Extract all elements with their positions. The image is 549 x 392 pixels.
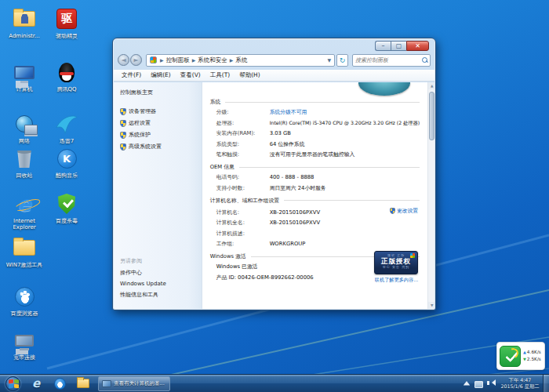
- broadband-connection-icon: [11, 328, 38, 353]
- window-mini-icon: [102, 380, 111, 387]
- product-id: 产品 ID: 00426-OEM-8992662-00006: [216, 274, 314, 281]
- desktop-icon-computer[interactable]: 计算机: [3, 60, 45, 93]
- field-label: 工作组:: [216, 241, 270, 247]
- net-speed-widget[interactable]: 4.6K/s 2.5K/s: [496, 342, 545, 370]
- field-label: 计算机名:: [216, 209, 270, 216]
- back-button[interactable]: ◄: [118, 54, 129, 66]
- desktop-icon-label: 网络: [3, 138, 45, 144]
- badge-main-text: 正版授权: [375, 257, 417, 265]
- desktop-icon-label: 酷狗音乐: [45, 172, 88, 179]
- main-content: 系统 分级: 系统分级不可用 处理器: Intel(R) Core(TM) i5…: [202, 82, 427, 309]
- uac-shield-icon: [120, 120, 126, 127]
- refresh-button[interactable]: ↻: [336, 54, 348, 67]
- taskbar-system-window-button[interactable]: 查看有关计算机的基...: [98, 376, 170, 391]
- breadcrumb-system-security[interactable]: 系统和安全: [196, 56, 229, 64]
- section-oem: OEM 信息 电话号码: 400 - 888 - 8888 支持小时数: 周日至…: [210, 163, 420, 191]
- scrollbar-thumb[interactable]: [429, 92, 434, 140]
- breadcrumb-system[interactable]: 系统: [234, 56, 249, 64]
- close-button[interactable]: ✕: [406, 41, 429, 51]
- desktop-icon-admin-folder[interactable]: Administr...: [3, 6, 45, 39]
- address-dropdown-icon[interactable]: ▼: [325, 57, 333, 63]
- window-body: 控制面板主页 设备管理器 远程设置 系统保护 高级系统设置 另请参阅 操作中心 …: [114, 82, 434, 309]
- desktop-icon-broadband[interactable]: 宽带连接: [3, 328, 45, 361]
- sidebar-item-device-manager[interactable]: 设备管理器: [120, 107, 202, 115]
- taskbar-clock[interactable]: 下午 4:47 2015/1/6 星期二: [500, 377, 540, 390]
- clock-time: 下午 4:47: [500, 377, 540, 383]
- menu-file[interactable]: 文件(F): [117, 70, 146, 81]
- change-settings-link[interactable]: 更改设置: [397, 208, 418, 214]
- search-icon: [422, 57, 427, 63]
- sidebar-see-also: 另请参阅 操作中心 Windows Update 性能信息和工具: [120, 257, 166, 303]
- vertical-scrollbar[interactable]: ▲ ▼: [427, 82, 434, 309]
- desktop-icon-win7-activator[interactable]: WIN7激活工具: [3, 235, 45, 268]
- menu-edit[interactable]: 编辑(E): [146, 70, 176, 81]
- desktop-icon-baidu-browser[interactable]: 百度浏览器: [3, 284, 45, 317]
- start-button[interactable]: [5, 376, 20, 391]
- search-box[interactable]: [352, 54, 431, 67]
- recycle-bin-icon: [11, 146, 38, 171]
- desktop-icon-baidu-antivirus[interactable]: 百度杀毒: [45, 191, 88, 224]
- field-label: 计算机描述:: [216, 230, 270, 237]
- desktop-icon-kugou[interactable]: K 酷狗音乐: [45, 146, 88, 179]
- menu-tools[interactable]: 工具(T): [205, 70, 235, 81]
- field-label: 安装内存(RAM):: [216, 130, 270, 136]
- sidebar-item-label: 系统保护: [129, 131, 151, 139]
- forward-button[interactable]: ►: [130, 54, 142, 66]
- desktop-icon-label: Administr...: [3, 33, 45, 39]
- minimize-button[interactable]: –: [375, 41, 391, 51]
- maximize-button[interactable]: ▢: [391, 41, 406, 51]
- change-settings[interactable]: 更改设置: [390, 208, 418, 214]
- breadcrumb-separator-icon: ▶: [191, 57, 197, 63]
- section-title: 系统: [210, 98, 221, 106]
- network-tray-icon[interactable]: [474, 381, 483, 388]
- show-hidden-icons-button[interactable]: [462, 379, 471, 388]
- desktop-icon-driver-genius[interactable]: 驱 驱动精灵: [45, 6, 88, 39]
- section-activation: Windows 激活 Windows 已激活 产品 ID: 00426-OEM-…: [210, 252, 420, 281]
- sidebar-item-system-protection[interactable]: 系统保护: [120, 131, 202, 139]
- desktop-icon-thunder[interactable]: 迅雷7: [45, 111, 88, 144]
- uac-shield-icon: [390, 208, 395, 214]
- volume-tray-icon[interactable]: [486, 379, 496, 388]
- desktop-icon-recycle-bin[interactable]: 回收站: [3, 146, 45, 179]
- rating-unavailable-link[interactable]: 系统分级不可用: [270, 109, 307, 115]
- search-input[interactable]: [355, 57, 422, 64]
- learn-more-online-link[interactable]: 联机了解更多内容...: [375, 277, 418, 284]
- thunder-bird-icon: [53, 111, 80, 136]
- sidebar-item-remote-settings[interactable]: 远程设置: [120, 119, 202, 127]
- taskbar-ie-icon[interactable]: e: [27, 376, 45, 391]
- sidebar-item-label: 远程设置: [129, 119, 151, 127]
- address-bar[interactable]: ▶ 控制面板 ▶ 系统和安全 ▶ 系统 ▼: [146, 54, 335, 67]
- folder-icon: [11, 235, 38, 260]
- field-label: 系统类型:: [216, 141, 270, 147]
- kugou-music-icon: K: [53, 146, 80, 171]
- baidu-browser-icon: [11, 284, 38, 309]
- desktop-icon-label: 百度浏览器: [3, 310, 45, 317]
- scroll-down-icon[interactable]: ▼: [428, 302, 434, 309]
- see-also-heading: 另请参阅: [120, 257, 166, 265]
- desktop-icon-qq[interactable]: 腾讯QQ: [45, 60, 88, 93]
- desktop-icon-label: 腾讯QQ: [45, 86, 88, 93]
- menu-help[interactable]: 帮助(H): [235, 70, 265, 81]
- menu-view[interactable]: 查看(V): [176, 70, 205, 81]
- system-window: – ▢ ✕ ◄ ► ▶ 控制面板 ▶ 系统和安全 ▶ 系统 ▼ ↻ 文件(F) …: [112, 38, 436, 310]
- genuine-windows-badge: 微软 正版 正版授权 放心 安全 周到: [374, 251, 418, 274]
- sidebar-item-control-panel-home[interactable]: 控制面板主页: [120, 89, 202, 96]
- sidebar-item-action-center[interactable]: 操作中心: [120, 269, 166, 277]
- internet-explorer-icon: e: [11, 191, 38, 216]
- field-label: 分级:: [216, 109, 270, 115]
- pen-touch-value: 没有可用于此显示器的笔或触控输入: [270, 151, 355, 158]
- system-type-value: 64 位操作系统: [270, 141, 305, 147]
- antivirus-check-icon[interactable]: [500, 346, 521, 367]
- breadcrumb-control-panel[interactable]: 控制面板: [165, 56, 191, 64]
- taskbar-explorer-icon[interactable]: [74, 376, 93, 391]
- show-desktop-button[interactable]: [543, 375, 549, 392]
- desktop-icon-network[interactable]: 网络: [3, 111, 45, 144]
- uac-shield-icon: [120, 143, 126, 151]
- sidebar-item-performance[interactable]: 性能信息和工具: [120, 291, 166, 299]
- sidebar-item-windows-update[interactable]: Windows Update: [120, 281, 166, 287]
- desktop-icon-internet-explorer[interactable]: e Internet Explorer: [3, 191, 45, 230]
- scroll-up-icon[interactable]: ▲: [428, 82, 434, 89]
- taskbar-baidu-browser-icon[interactable]: [50, 376, 69, 391]
- download-speed: 2.5K/s: [527, 357, 541, 361]
- sidebar-item-advanced-settings[interactable]: 高级系统设置: [120, 143, 202, 151]
